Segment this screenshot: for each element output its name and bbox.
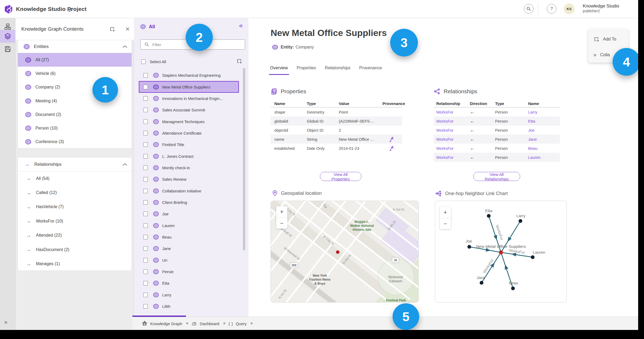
entity-list-item[interactable]: New Metal Office Suppliers xyxy=(139,81,239,92)
zoom-out-button[interactable]: − xyxy=(440,218,451,229)
entity-list-item[interactable]: Collaboration initiative xyxy=(139,185,239,196)
entity-link[interactable]: Larry xyxy=(528,110,560,114)
entity-type-item[interactable]: Conference (3) xyxy=(18,135,132,149)
entity-type-item[interactable]: Vehicle (6) xyxy=(18,67,132,80)
relationship-type-item[interactable]: → Called (12) xyxy=(18,185,132,200)
relationship-link[interactable]: WorksFor xyxy=(436,137,470,142)
item-checkbox[interactable] xyxy=(143,73,148,78)
entity-type-item[interactable]: Document (2) xyxy=(18,108,132,121)
edit-title-icon[interactable] xyxy=(68,6,74,12)
item-checkbox[interactable] xyxy=(143,108,148,112)
relationship-link[interactable]: WorksFor xyxy=(436,155,470,160)
item-checkbox[interactable] xyxy=(143,281,148,285)
tab-knowledge-graph[interactable]: Knowledge Graph × xyxy=(142,317,188,330)
close-tab-icon[interactable]: × xyxy=(223,321,225,326)
item-checkbox[interactable] xyxy=(143,85,148,89)
entity-list-item[interactable]: Joe xyxy=(139,208,239,220)
entity-link[interactable]: Lauren xyxy=(528,155,560,160)
entity-list-item[interactable]: Lilith xyxy=(139,301,239,312)
entity-list-item[interactable]: Client Briefing xyxy=(139,197,239,208)
list-scrollbar[interactable] xyxy=(243,68,245,251)
expand-rail-icon[interactable]: » xyxy=(4,319,7,325)
collapse-entities-icon[interactable] xyxy=(123,45,127,48)
item-checkbox[interactable] xyxy=(143,304,148,309)
entity-list-item[interactable]: L. Jones Contract xyxy=(139,150,239,162)
item-checkbox[interactable] xyxy=(143,119,148,124)
entity-list-item[interactable]: Jane xyxy=(139,243,239,254)
collapse-list-panel-icon[interactable]: « xyxy=(239,22,243,29)
select-all-checkbox[interactable] xyxy=(141,59,146,64)
item-checkbox[interactable] xyxy=(143,212,148,216)
item-checkbox[interactable] xyxy=(143,189,148,193)
help-button[interactable]: ? xyxy=(547,4,556,14)
collapse-menu-item[interactable]: » Colla xyxy=(593,52,610,58)
entity-list-item[interactable]: Sales Associate Summit xyxy=(139,104,239,116)
entity-list-item[interactable]: Sales Review xyxy=(139,173,239,185)
provenance-flag-icon[interactable] xyxy=(382,146,402,151)
tab-relationships[interactable]: Relationships xyxy=(324,66,352,75)
item-checkbox[interactable] xyxy=(143,131,148,135)
tab-dashboard[interactable]: Dashboard × xyxy=(191,317,226,330)
item-checkbox[interactable] xyxy=(143,166,148,170)
item-checkbox[interactable] xyxy=(143,177,148,181)
relationship-link[interactable]: WorksFor xyxy=(436,128,470,132)
close-tab-icon[interactable]: × xyxy=(186,321,188,326)
view-all-relationships-button[interactable]: View All Relationships xyxy=(473,172,520,181)
item-checkbox[interactable] xyxy=(143,258,148,263)
item-checkbox[interactable] xyxy=(143,246,148,251)
item-checkbox[interactable] xyxy=(143,96,148,101)
collapse-relationships-icon[interactable] xyxy=(123,163,127,166)
tab-query[interactable]: { } Query × xyxy=(229,317,253,330)
item-checkbox[interactable] xyxy=(143,293,148,297)
item-checkbox[interactable] xyxy=(143,154,148,159)
account-info[interactable]: Knowledge Studio publisher2 xyxy=(583,3,619,14)
relationship-type-item[interactable]: → Attended (22) xyxy=(18,228,132,243)
add-to-new-icon[interactable] xyxy=(236,58,242,64)
entity-list-item[interactable]: Beau xyxy=(139,231,239,243)
entity-list-item[interactable]: Persie xyxy=(139,266,239,277)
item-checkbox[interactable] xyxy=(143,223,148,228)
entity-list-item[interactable]: Larry xyxy=(139,289,239,301)
entity-type-item[interactable]: All (27) xyxy=(18,53,132,67)
item-checkbox[interactable] xyxy=(143,142,148,147)
relationship-type-item[interactable]: → WorksFor (10) xyxy=(18,214,132,228)
relationship-type-item[interactable]: → All (54) xyxy=(18,171,132,185)
tab-properties[interactable]: Properties xyxy=(296,66,317,75)
entity-list-item[interactable]: Montly check-in xyxy=(139,162,239,173)
rail-item-save[interactable] xyxy=(0,43,15,55)
close-panel-icon[interactable] xyxy=(125,26,131,32)
zoom-out-button[interactable]: − xyxy=(276,217,287,229)
zoom-in-button[interactable]: + xyxy=(440,207,451,218)
view-all-properties-button[interactable]: View All Properties xyxy=(320,172,361,181)
entity-list-item[interactable]: Managment Techniques xyxy=(139,116,239,127)
item-checkbox[interactable] xyxy=(143,269,148,274)
entity-link[interactable]: Beau xyxy=(528,146,560,151)
search-button[interactable] xyxy=(524,4,533,14)
entity-list-item[interactable]: Innovations in Mechanical Engin... xyxy=(139,93,239,104)
entity-list-item[interactable]: Lauren xyxy=(139,220,239,231)
relationship-type-item[interactable]: → HasDocument (2) xyxy=(18,243,132,257)
rail-item-contents[interactable] xyxy=(0,30,15,43)
entity-link[interactable]: Joe xyxy=(528,128,560,132)
relationships-header[interactable]: → Relationships xyxy=(18,158,132,171)
entity-link[interactable]: Etta xyxy=(528,119,560,123)
entity-list-item[interactable]: Attendance Certificate xyxy=(139,127,239,139)
entities-header[interactable]: Entities xyxy=(18,40,132,53)
link-chart[interactable]: WorksFor WorksFor WorksFor Etta Larry Jo… xyxy=(435,201,567,302)
relationship-type-item[interactable]: → HasVehicle (7) xyxy=(18,200,132,214)
tab-overview[interactable]: Overview xyxy=(269,66,289,75)
geospatial-map[interactable]: W Clay St Sal Marshall St W Marshall St … xyxy=(271,201,419,302)
item-checkbox[interactable] xyxy=(143,200,148,205)
zoom-in-button[interactable]: + xyxy=(276,206,287,217)
add-to-new-icon[interactable] xyxy=(109,26,115,32)
relationship-type-item[interactable]: → Manages (1) xyxy=(18,257,132,271)
provenance-flag-icon[interactable] xyxy=(382,137,402,142)
entity-list-item[interactable]: Uri xyxy=(139,255,239,266)
item-checkbox[interactable] xyxy=(143,235,148,239)
relationship-link[interactable]: WorksFor xyxy=(436,110,470,114)
avatar[interactable]: KS xyxy=(564,3,574,14)
relationship-link[interactable]: WorksFor xyxy=(436,146,470,151)
entity-list-item[interactable]: Firebird Title xyxy=(139,139,239,150)
entity-link[interactable]: Jane xyxy=(528,137,560,142)
entity-type-item[interactable]: Person (10) xyxy=(18,121,132,135)
